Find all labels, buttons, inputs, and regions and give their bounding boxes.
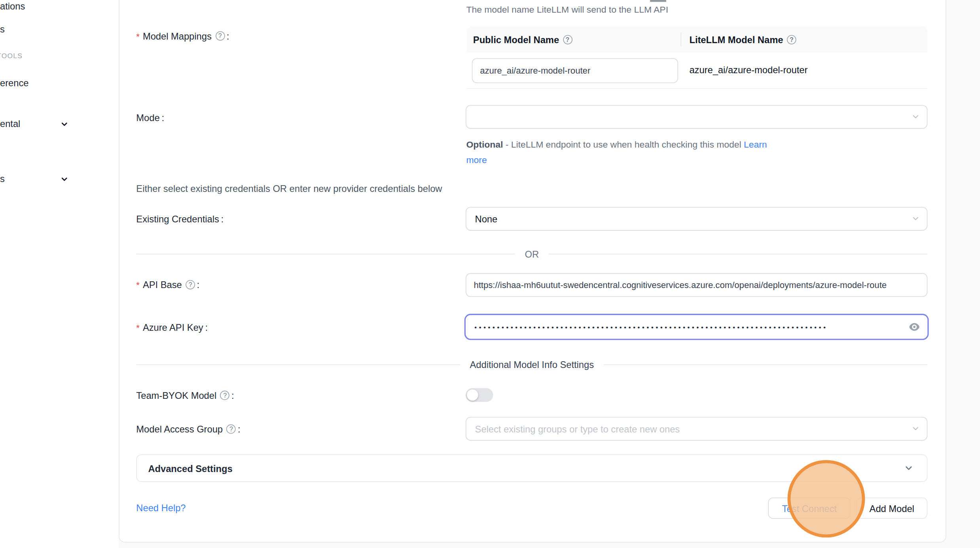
need-help-link[interactable]: Need Help? xyxy=(136,502,186,513)
sidebar: ations s TOOLS erence ental s xyxy=(0,0,119,548)
masked-password-value: ••••••••••••••••••••••••••••••••••••••••… xyxy=(474,323,828,331)
advanced-settings-label: Advanced Settings xyxy=(148,463,904,474)
table-header-row: Public Model Name ? LiteLLM Model Name ? xyxy=(467,26,927,52)
sidebar-section-tools: TOOLS xyxy=(0,52,23,59)
toggle-knob xyxy=(467,389,478,400)
model-mappings-label: * Model Mappings ? : xyxy=(136,30,229,41)
help-question-icon[interactable]: ? xyxy=(563,35,572,44)
required-asterisk: * xyxy=(136,280,140,290)
help-question-icon[interactable]: ? xyxy=(220,391,230,400)
required-asterisk: * xyxy=(136,31,140,41)
chevron-down-icon xyxy=(912,113,919,121)
help-question-icon[interactable]: ? xyxy=(186,280,195,290)
clipped-text-artifact xyxy=(650,0,666,2)
model-mappings-table: Public Model Name ? LiteLLM Model Name ?… xyxy=(467,26,927,89)
mode-select[interactable] xyxy=(466,105,927,129)
column-divider xyxy=(681,32,681,46)
sidebar-item-clipped-5[interactable]: s xyxy=(0,173,5,184)
sidebar-item-clipped-1[interactable]: ations xyxy=(0,1,25,11)
team-byok-label: Team-BYOK Model ? : xyxy=(136,390,234,401)
column-header-litellm-model-name: LiteLLM Model Name ? xyxy=(689,34,796,45)
column-header-public-model-name: Public Model Name ? xyxy=(467,34,689,45)
api-base-input[interactable]: https://ishaa-mh6uutut-swedencentral.cog… xyxy=(466,273,927,297)
chevron-down-icon xyxy=(912,425,919,432)
required-asterisk: * xyxy=(136,322,140,332)
advanced-settings-panel[interactable]: Advanced Settings xyxy=(136,454,927,482)
chevron-down-icon xyxy=(912,215,919,222)
additional-settings-divider: Additional Model Info Settings xyxy=(136,359,927,370)
existing-credentials-value: None xyxy=(475,213,498,224)
or-divider: OR xyxy=(136,249,927,260)
azure-api-key-label: * Azure API Key : xyxy=(136,322,208,333)
table-row: azure_ai/azure-model-router azure_ai/azu… xyxy=(467,53,927,89)
mode-label: Mode : xyxy=(136,112,164,123)
existing-credentials-select[interactable]: None xyxy=(466,207,927,231)
sidebar-item-clipped-3[interactable]: erence xyxy=(0,78,28,88)
app-window: ations s TOOLS erence ental s The model … xyxy=(0,0,980,548)
model-access-group-label: Model Access Group ? : xyxy=(136,424,240,434)
help-question-icon[interactable]: ? xyxy=(215,31,225,41)
chevron-down-icon[interactable] xyxy=(60,175,69,184)
eye-icon[interactable] xyxy=(908,321,921,332)
model-mapping-help-text: The model name LiteLLM will send to the … xyxy=(466,4,668,14)
mode-help-text: Optional - LiteLLM endpoint to use when … xyxy=(466,137,786,168)
public-model-name-input[interactable]: azure_ai/azure-model-router xyxy=(472,58,678,83)
team-byok-toggle[interactable] xyxy=(466,388,493,402)
chevron-down-icon xyxy=(904,464,913,472)
sidebar-item-clipped-4[interactable]: ental xyxy=(0,118,20,129)
add-model-button[interactable]: Add Model xyxy=(856,497,927,519)
chevron-down-icon[interactable] xyxy=(60,120,69,129)
existing-credentials-label: Existing Credentials : xyxy=(136,214,224,224)
test-connect-button[interactable]: Test Connect xyxy=(768,497,851,519)
help-question-icon[interactable]: ? xyxy=(787,35,796,44)
litellm-model-name-value: azure_ai/azure-model-router xyxy=(689,64,808,75)
sidebar-item-clipped-2[interactable]: s xyxy=(0,24,5,34)
model-access-group-select[interactable]: Select existing groups or type to create… xyxy=(466,417,927,441)
credentials-note: Either select existing credentials OR en… xyxy=(136,183,442,194)
api-base-label: * API Base ? : xyxy=(136,279,199,290)
help-question-icon[interactable]: ? xyxy=(226,425,236,434)
model-access-group-placeholder: Select existing groups or type to create… xyxy=(475,423,680,434)
azure-api-key-input[interactable]: ••••••••••••••••••••••••••••••••••••••••… xyxy=(464,314,929,340)
